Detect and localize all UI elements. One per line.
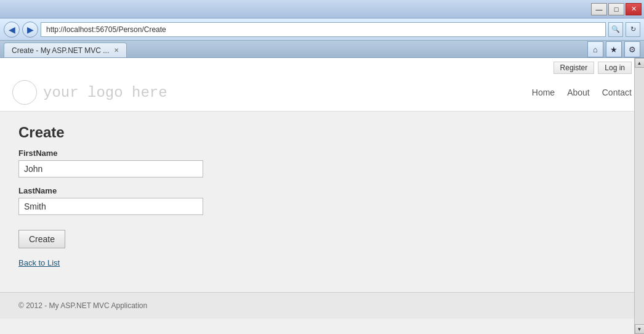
- address-text: http://localhost:56705/Person/Create: [46, 25, 166, 34]
- header-top: Register Log in: [12, 58, 632, 76]
- nav-links: Home About Contact: [532, 88, 632, 97]
- inner-content: Register Log in your logo here Home Abou…: [0, 58, 644, 334]
- copyright-text: © 2012 - My ASP.NET MVC Application: [18, 301, 147, 310]
- last-name-input[interactable]: [18, 198, 203, 215]
- scroll-up-arrow[interactable]: ▲: [635, 58, 645, 68]
- logo-text: your logo here: [43, 84, 167, 101]
- browser-window: — □ ✕ ◀ ▶ http://localhost:56705/Person/…: [0, 0, 644, 334]
- scrollbar[interactable]: ▲ ▼: [634, 58, 644, 334]
- first-name-input[interactable]: [18, 160, 203, 177]
- nav-about[interactable]: About: [567, 88, 590, 97]
- title-bar-buttons: — □ ✕: [591, 3, 642, 15]
- active-tab[interactable]: Create - My ASP.NET MVC ... ✕: [4, 43, 127, 57]
- title-bar: — □ ✕: [0, 0, 644, 18]
- nav-home[interactable]: Home: [532, 88, 555, 97]
- browser-icons: ⌂ ★ ⚙: [587, 41, 640, 57]
- login-button[interactable]: Log in: [598, 62, 632, 74]
- tab-bar: Create - My ASP.NET MVC ... ✕ ⌂ ★ ⚙: [0, 41, 644, 58]
- scroll-down-arrow[interactable]: ▼: [635, 324, 645, 334]
- main-content: Create FirstName LastName Create Back to…: [0, 112, 644, 280]
- maximize-button[interactable]: □: [608, 3, 624, 15]
- nav-contact[interactable]: Contact: [602, 88, 632, 97]
- logo-area: your logo here: [12, 80, 167, 105]
- page-title: Create: [18, 124, 626, 141]
- content-area: Register Log in your logo here Home Abou…: [0, 58, 644, 334]
- close-button[interactable]: ✕: [626, 3, 642, 15]
- tab-close-icon[interactable]: ✕: [114, 47, 119, 54]
- logo-circle: [12, 80, 37, 105]
- home-icon[interactable]: ⌂: [587, 41, 603, 57]
- nav-bar: ◀ ▶ http://localhost:56705/Person/Create…: [0, 18, 644, 41]
- header-nav: your logo here Home About Contact: [12, 76, 632, 111]
- favorites-icon[interactable]: ★: [606, 41, 622, 57]
- last-name-label: LastName: [18, 186, 626, 195]
- minimize-button[interactable]: —: [591, 3, 607, 15]
- settings-icon[interactable]: ⚙: [624, 41, 640, 57]
- search-icon[interactable]: 🔍: [608, 22, 623, 37]
- first-name-label: FirstName: [18, 149, 626, 158]
- register-button[interactable]: Register: [553, 62, 595, 74]
- last-name-group: LastName: [18, 186, 626, 215]
- tab-title: Create - My ASP.NET MVC ...: [12, 46, 109, 55]
- forward-button[interactable]: ▶: [22, 22, 38, 38]
- app-header: Register Log in your logo here Home Abou…: [0, 58, 644, 112]
- first-name-group: FirstName: [18, 149, 626, 177]
- address-bar[interactable]: http://localhost:56705/Person/Create: [41, 22, 606, 37]
- page-footer: © 2012 - My ASP.NET MVC Application: [0, 292, 644, 319]
- back-button[interactable]: ◀: [4, 22, 20, 38]
- back-to-list-link[interactable]: Back to List: [18, 258, 626, 267]
- create-button[interactable]: Create: [18, 230, 65, 248]
- refresh-icon[interactable]: ↻: [626, 22, 640, 37]
